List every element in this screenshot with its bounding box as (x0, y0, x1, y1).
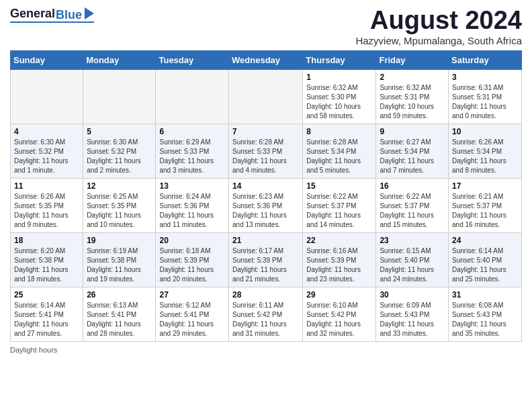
day-number: 23 (380, 236, 445, 245)
day-info: Sunrise: 6:22 AM Sunset: 5:37 PM Dayligh… (380, 192, 445, 230)
calendar-day-cell: 8Sunrise: 6:28 AM Sunset: 5:34 PM Daylig… (303, 124, 376, 178)
footer-note: Daylight hours (10, 346, 522, 354)
day-number: 29 (306, 290, 372, 300)
day-info: Sunrise: 6:27 AM Sunset: 5:34 PM Dayligh… (380, 138, 445, 175)
day-info: Sunrise: 6:14 AM Sunset: 5:40 PM Dayligh… (452, 246, 518, 284)
day-info: Sunrise: 6:28 AM Sunset: 5:33 PM Dayligh… (232, 138, 299, 175)
day-info: Sunrise: 6:20 AM Sunset: 5:38 PM Dayligh… (14, 246, 79, 284)
day-info: Sunrise: 6:26 AM Sunset: 5:35 PM Dayligh… (14, 192, 79, 230)
calendar-day-cell: 16Sunrise: 6:22 AM Sunset: 5:37 PM Dayli… (376, 178, 449, 232)
day-info: Sunrise: 6:14 AM Sunset: 5:41 PM Dayligh… (14, 301, 79, 338)
day-number: 31 (452, 290, 518, 300)
calendar-day-cell: 11Sunrise: 6:26 AM Sunset: 5:35 PM Dayli… (11, 178, 83, 232)
day-number: 3 (452, 73, 518, 82)
calendar-week-row: 18Sunrise: 6:20 AM Sunset: 5:38 PM Dayli… (11, 232, 522, 287)
day-number: 30 (380, 290, 445, 300)
location-title: Hazyview, Mpumalanga, South Africa (355, 35, 522, 46)
logo-general-text: General (10, 7, 55, 21)
calendar-day-cell (83, 69, 156, 124)
calendar-day-cell: 24Sunrise: 6:14 AM Sunset: 5:40 PM Dayli… (449, 232, 522, 287)
day-info: Sunrise: 6:22 AM Sunset: 5:37 PM Dayligh… (306, 192, 372, 230)
day-number: 17 (452, 181, 518, 191)
calendar-body: 1Sunrise: 6:32 AM Sunset: 5:30 PM Daylig… (11, 69, 522, 341)
calendar-day-cell: 29Sunrise: 6:10 AM Sunset: 5:42 PM Dayli… (303, 287, 376, 341)
day-number: 4 (14, 127, 79, 136)
day-of-week-header: Saturday (449, 50, 522, 69)
day-number: 7 (232, 127, 299, 136)
day-number: 26 (87, 290, 152, 300)
day-info: Sunrise: 6:23 AM Sunset: 5:36 PM Dayligh… (232, 192, 299, 230)
calendar-header: SundayMondayTuesdayWednesdayThursdayFrid… (11, 50, 522, 69)
logo-flag-icon (83, 7, 94, 19)
calendar-day-cell: 9Sunrise: 6:27 AM Sunset: 5:34 PM Daylig… (376, 124, 449, 178)
day-number: 13 (159, 181, 225, 191)
day-of-week-header: Monday (83, 50, 156, 69)
day-number: 15 (306, 181, 372, 191)
calendar-day-cell: 31Sunrise: 6:08 AM Sunset: 5:43 PM Dayli… (449, 287, 522, 341)
calendar-day-cell: 25Sunrise: 6:14 AM Sunset: 5:41 PM Dayli… (11, 287, 83, 341)
day-info: Sunrise: 6:32 AM Sunset: 5:30 PM Dayligh… (306, 83, 372, 121)
day-number: 6 (159, 127, 225, 136)
calendar-day-cell: 5Sunrise: 6:30 AM Sunset: 5:32 PM Daylig… (83, 124, 156, 178)
day-info: Sunrise: 6:10 AM Sunset: 5:42 PM Dayligh… (306, 301, 372, 338)
calendar-day-cell: 12Sunrise: 6:25 AM Sunset: 5:35 PM Dayli… (83, 178, 156, 232)
day-info: Sunrise: 6:31 AM Sunset: 5:31 PM Dayligh… (452, 83, 518, 121)
calendar-day-cell: 6Sunrise: 6:29 AM Sunset: 5:33 PM Daylig… (156, 124, 229, 178)
title-area: August 2024 Hazyview, Mpumalanga, South … (355, 7, 522, 46)
calendar-day-cell (229, 69, 303, 124)
day-number: 1 (306, 73, 372, 82)
logo-underline (10, 21, 94, 23)
logo: General Blue (10, 7, 94, 23)
calendar-day-cell (11, 69, 83, 124)
day-info: Sunrise: 6:08 AM Sunset: 5:43 PM Dayligh… (452, 301, 518, 338)
day-info: Sunrise: 6:30 AM Sunset: 5:32 PM Dayligh… (87, 138, 152, 175)
day-number: 18 (14, 236, 79, 245)
calendar-day-cell: 30Sunrise: 6:09 AM Sunset: 5:43 PM Dayli… (376, 287, 449, 341)
day-info: Sunrise: 6:19 AM Sunset: 5:38 PM Dayligh… (87, 246, 152, 284)
day-number: 10 (452, 127, 518, 136)
calendar-week-row: 4Sunrise: 6:30 AM Sunset: 5:32 PM Daylig… (11, 124, 522, 178)
day-info: Sunrise: 6:21 AM Sunset: 5:37 PM Dayligh… (452, 192, 518, 230)
day-info: Sunrise: 6:29 AM Sunset: 5:33 PM Dayligh… (159, 138, 225, 175)
day-number: 20 (159, 236, 225, 245)
day-number: 5 (87, 127, 152, 136)
calendar-week-row: 11Sunrise: 6:26 AM Sunset: 5:35 PM Dayli… (11, 178, 522, 232)
calendar-day-cell: 26Sunrise: 6:13 AM Sunset: 5:41 PM Dayli… (83, 287, 156, 341)
logo-blue-part: Blue (56, 7, 94, 21)
calendar-day-cell: 13Sunrise: 6:24 AM Sunset: 5:36 PM Dayli… (156, 178, 229, 232)
calendar-day-cell: 22Sunrise: 6:16 AM Sunset: 5:39 PM Dayli… (303, 232, 376, 287)
calendar-day-cell: 15Sunrise: 6:22 AM Sunset: 5:37 PM Dayli… (303, 178, 376, 232)
calendar-day-cell: 14Sunrise: 6:23 AM Sunset: 5:36 PM Dayli… (229, 178, 303, 232)
daylight-label: Daylight hours (10, 346, 57, 354)
day-number: 25 (14, 290, 79, 300)
calendar-day-cell: 19Sunrise: 6:19 AM Sunset: 5:38 PM Dayli… (83, 232, 156, 287)
day-info: Sunrise: 6:30 AM Sunset: 5:32 PM Dayligh… (14, 138, 79, 175)
day-number: 8 (306, 127, 372, 136)
day-info: Sunrise: 6:26 AM Sunset: 5:34 PM Dayligh… (452, 138, 518, 175)
calendar-day-cell: 7Sunrise: 6:28 AM Sunset: 5:33 PM Daylig… (229, 124, 303, 178)
day-info: Sunrise: 6:12 AM Sunset: 5:41 PM Dayligh… (159, 301, 225, 338)
calendar-day-cell: 1Sunrise: 6:32 AM Sunset: 5:30 PM Daylig… (303, 69, 376, 124)
day-info: Sunrise: 6:18 AM Sunset: 5:39 PM Dayligh… (159, 246, 225, 284)
day-number: 21 (232, 236, 299, 245)
calendar-day-cell: 17Sunrise: 6:21 AM Sunset: 5:37 PM Dayli… (449, 178, 522, 232)
calendar-day-cell: 28Sunrise: 6:11 AM Sunset: 5:42 PM Dayli… (229, 287, 303, 341)
day-number: 14 (232, 181, 299, 191)
calendar-day-cell: 27Sunrise: 6:12 AM Sunset: 5:41 PM Dayli… (156, 287, 229, 341)
svg-marker-0 (85, 7, 94, 19)
calendar-week-row: 1Sunrise: 6:32 AM Sunset: 5:30 PM Daylig… (11, 69, 522, 124)
day-of-week-header: Wednesday (229, 50, 303, 69)
header-row: SundayMondayTuesdayWednesdayThursdayFrid… (11, 50, 522, 69)
calendar-table: SundayMondayTuesdayWednesdayThursdayFrid… (10, 50, 522, 342)
calendar-day-cell: 3Sunrise: 6:31 AM Sunset: 5:31 PM Daylig… (449, 69, 522, 124)
day-number: 16 (380, 181, 445, 191)
calendar-day-cell: 18Sunrise: 6:20 AM Sunset: 5:38 PM Dayli… (11, 232, 83, 287)
day-info: Sunrise: 6:15 AM Sunset: 5:40 PM Dayligh… (380, 246, 445, 284)
day-info: Sunrise: 6:11 AM Sunset: 5:42 PM Dayligh… (232, 301, 299, 338)
calendar-day-cell: 2Sunrise: 6:32 AM Sunset: 5:31 PM Daylig… (376, 69, 449, 124)
calendar-day-cell: 20Sunrise: 6:18 AM Sunset: 5:39 PM Dayli… (156, 232, 229, 287)
day-of-week-header: Tuesday (156, 50, 229, 69)
day-info: Sunrise: 6:28 AM Sunset: 5:34 PM Dayligh… (306, 138, 372, 175)
day-info: Sunrise: 6:16 AM Sunset: 5:39 PM Dayligh… (306, 246, 372, 284)
day-info: Sunrise: 6:13 AM Sunset: 5:41 PM Dayligh… (87, 301, 152, 338)
